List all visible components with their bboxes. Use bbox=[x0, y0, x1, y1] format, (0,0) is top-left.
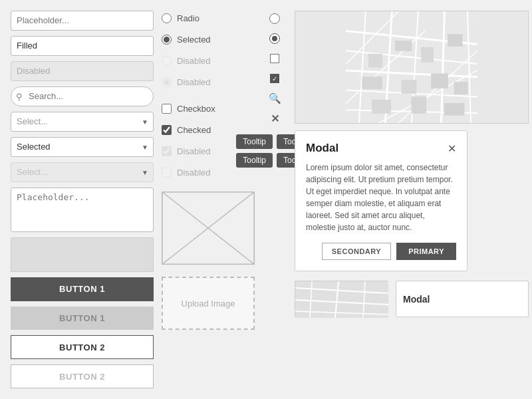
radio-empty-icon bbox=[269, 13, 280, 24]
svg-rect-21 bbox=[448, 35, 462, 47]
map-widget[interactable] bbox=[295, 11, 529, 124]
svg-rect-24 bbox=[432, 74, 448, 88]
tooltip-btn-3[interactable]: Tooltip bbox=[236, 153, 273, 168]
modal-primary-button[interactable]: PRIMARY bbox=[396, 243, 456, 260]
search-icon-glyph: 🔍 bbox=[269, 92, 281, 104]
icon-radio-filled-item bbox=[268, 32, 281, 45]
modal-footer: SECONDARY PRIMARY bbox=[306, 243, 456, 260]
filled-input[interactable] bbox=[11, 36, 154, 56]
icon-checkbox-checked-item: ✓ bbox=[268, 72, 281, 85]
button1-primary[interactable]: BUTTON 1 bbox=[11, 277, 154, 301]
disabled-text-input bbox=[11, 61, 154, 81]
search-icon-item: 🔍 bbox=[268, 92, 281, 105]
checkbox-disabled bbox=[162, 168, 172, 178]
svg-rect-28 bbox=[444, 103, 464, 115]
select-wrap-1: Select... ▼ bbox=[11, 112, 154, 132]
button2-disabled: BUTTON 2 bbox=[11, 364, 154, 388]
svg-rect-23 bbox=[402, 80, 416, 94]
radio-item-disabled-1: Disabled bbox=[162, 53, 255, 68]
radio-item-disabled-2: Disabled bbox=[162, 74, 255, 89]
modal-title: Modal bbox=[306, 142, 338, 155]
radio-label-normal: Radio bbox=[177, 13, 200, 23]
tooltip-btn-1[interactable]: Tooltip bbox=[236, 134, 273, 149]
checkbox-empty-icon bbox=[270, 54, 279, 63]
map-svg bbox=[295, 11, 528, 123]
textarea-input[interactable] bbox=[11, 188, 154, 233]
svg-rect-19 bbox=[395, 41, 412, 51]
checkbox-label-checked: Checked bbox=[177, 125, 211, 135]
radio-label-disabled-1: Disabled bbox=[177, 56, 211, 66]
radio-label-disabled-2: Disabled bbox=[177, 77, 211, 87]
bottom-modal-title: Modal bbox=[403, 294, 430, 305]
placeholder-input[interactable] bbox=[11, 11, 154, 31]
select-wrap-2: Selected ▼ bbox=[11, 137, 154, 157]
close-icon-glyph: ✕ bbox=[271, 112, 279, 125]
svg-rect-22 bbox=[362, 77, 382, 89]
icon-radio-empty-item bbox=[268, 12, 281, 25]
checkbox-normal[interactable] bbox=[162, 104, 172, 114]
checkbox-item-normal: Checkbox bbox=[162, 101, 255, 116]
icon-checkbox-empty-item bbox=[268, 52, 281, 65]
svg-rect-18 bbox=[369, 54, 382, 67]
radio-disabled-1 bbox=[162, 56, 172, 66]
select-dropdown-1[interactable]: Select... bbox=[11, 112, 154, 132]
svg-rect-20 bbox=[422, 47, 434, 62]
upload-placeholder[interactable]: Upload Image bbox=[162, 277, 255, 330]
select-wrap-3: Select... ▼ bbox=[11, 162, 154, 182]
select-dropdown-3: Select... bbox=[11, 162, 154, 182]
svg-rect-26 bbox=[372, 100, 391, 113]
button1-disabled: BUTTON 1 bbox=[11, 307, 154, 331]
radio-disabled-2 bbox=[162, 77, 172, 87]
close-icon-item: ✕ bbox=[268, 112, 281, 125]
select-dropdown-2[interactable]: Selected bbox=[11, 137, 154, 157]
radio-group: Radio Selected Disabled Disabled bbox=[162, 11, 255, 89]
bottom-image-preview bbox=[295, 281, 388, 317]
bottom-row: Modal bbox=[295, 281, 529, 317]
checkbox-label-disabled: Disabled bbox=[177, 168, 211, 178]
checkbox-label-disabled-checked: Disabled bbox=[177, 146, 211, 156]
checkbox-checked[interactable] bbox=[162, 125, 172, 135]
radio-selected[interactable] bbox=[162, 35, 172, 45]
radio-item-selected: Selected bbox=[162, 32, 255, 47]
checkbox-disabled-checked bbox=[162, 146, 172, 156]
button2-outline[interactable]: BUTTON 2 bbox=[11, 335, 154, 359]
upload-label: Upload Image bbox=[182, 299, 235, 309]
modal-box: Modal ✕ Lorem ipsum dolor sit amet, cons… bbox=[295, 130, 467, 271]
right-area: Modal ✕ Lorem ipsum dolor sit amet, cons… bbox=[295, 11, 529, 388]
radio-label-selected: Selected bbox=[177, 35, 211, 45]
modal-secondary-button[interactable]: SECONDARY bbox=[322, 243, 391, 260]
icon-column: ✓ 🔍 ✕ Tooltip Tooltip Tooltip Tooltip bbox=[263, 11, 287, 388]
left-column: ⚲ Select... ▼ Selected ▼ Select... ▼ BUT… bbox=[11, 11, 154, 388]
search-wrap: ⚲ bbox=[11, 86, 154, 106]
search-icon: ⚲ bbox=[16, 91, 23, 101]
middle-section: Radio Selected Disabled Disabled Checkbo… bbox=[162, 11, 255, 388]
checkbox-label-normal: Checkbox bbox=[177, 104, 215, 114]
search-input[interactable] bbox=[11, 86, 154, 106]
radio-filled-icon bbox=[269, 33, 280, 44]
modal-header: Modal ✕ bbox=[306, 142, 456, 155]
svg-rect-25 bbox=[454, 82, 467, 94]
bottom-modal-preview: Modal bbox=[396, 281, 529, 317]
modal-close-button[interactable]: ✕ bbox=[448, 142, 456, 155]
modal-body: Lorem ipsum dolor sit amet, consectetur … bbox=[306, 162, 456, 233]
main-container: ⚲ Select... ▼ Selected ▼ Select... ▼ BUT… bbox=[0, 0, 532, 399]
image-placeholder bbox=[162, 192, 255, 265]
bottom-map-svg bbox=[295, 281, 388, 318]
checkbox-checked-icon: ✓ bbox=[270, 74, 279, 83]
radio-normal[interactable] bbox=[162, 13, 172, 23]
placeholder-image-svg bbox=[162, 192, 254, 264]
radio-item-normal: Radio bbox=[162, 11, 255, 25]
gray-box bbox=[11, 237, 154, 272]
svg-rect-27 bbox=[412, 96, 426, 113]
